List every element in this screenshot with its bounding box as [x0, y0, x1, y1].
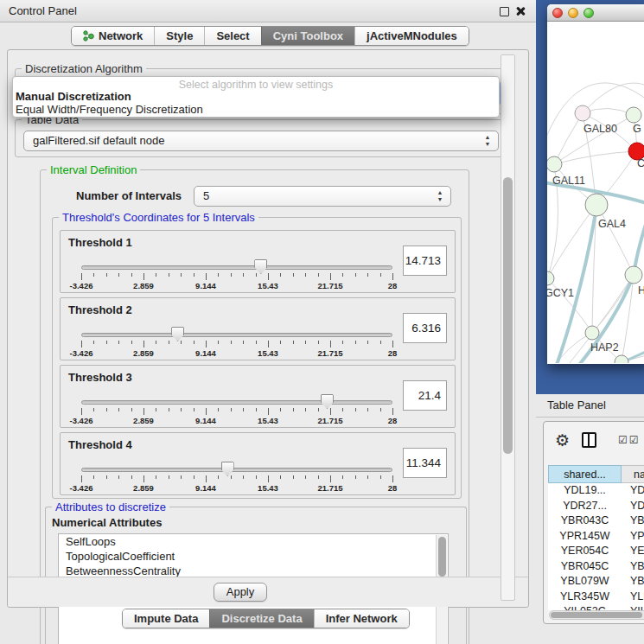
cell-shared-name[interactable]: YDR27...	[548, 499, 622, 514]
network-node[interactable]	[615, 355, 628, 363]
slider-track[interactable]	[81, 400, 392, 405]
network-node-gal11[interactable]	[547, 156, 562, 172]
tab-cyni-toolbox[interactable]: Cyni Toolbox	[261, 27, 354, 45]
cell-shared-name[interactable]: YIL052C	[548, 604, 622, 610]
table-row[interactable]: YDR27...YDR2	[548, 499, 644, 514]
control-panel: Control Panel NetworkStyleSelectCyni Too…	[0, 0, 536, 644]
slider-track[interactable]	[81, 333, 392, 337]
checkbox-icons[interactable]: ☑☑	[618, 434, 641, 446]
table-row[interactable]: YPR145WYPR1	[548, 529, 644, 545]
table-row[interactable]: YBL079WYBL0	[548, 574, 644, 590]
column-header-shared-name[interactable]: shared...	[548, 465, 622, 483]
tick-label: 28	[388, 348, 398, 358]
tab-infer-network[interactable]: Infer Network	[314, 609, 409, 628]
table-row[interactable]: YIL052CYIL0	[548, 604, 644, 610]
cell-shared-name[interactable]: YBL079W	[548, 574, 622, 590]
table-h-scrollbar[interactable]	[549, 610, 644, 620]
panel-scrollbar-thumb[interactable]	[503, 177, 513, 454]
table-row[interactable]: YDL19...YDL1	[548, 483, 644, 499]
slider-ticks	[81, 475, 392, 483]
slider-thumb[interactable]	[171, 327, 184, 341]
slider-track[interactable]	[81, 468, 392, 472]
cell-name[interactable]: YLR3	[622, 590, 644, 605]
tick-label: 2.859	[133, 483, 154, 493]
cell-shared-name[interactable]: YBR043C	[548, 513, 622, 529]
cell-shared-name[interactable]: YLR345W	[548, 590, 622, 605]
float-window-icon[interactable]	[500, 7, 509, 16]
tab-impute-data[interactable]: Impute Data	[123, 609, 209, 628]
node-label: C	[637, 157, 644, 169]
number-of-intervals-combobox[interactable]: 5 ▲▼	[194, 186, 451, 207]
network-node-h[interactable]	[625, 266, 642, 284]
slider-tick-labels: -3.4262.8599.14415.4321.71528	[81, 281, 392, 290]
right-panel: GAL80GCGAL11GAL4GCY1HHAP2 Table Panel ⚙ …	[536, 0, 644, 644]
algorithm-option-equal-width[interactable]: Equal Width/Frequency Discretization	[13, 103, 499, 116]
tick-label: 15.43	[258, 281, 278, 290]
threshold-value-field[interactable]: 21.4	[403, 380, 447, 411]
minimize-traffic-light-icon[interactable]	[568, 8, 578, 18]
network-window-titlebar[interactable]	[547, 4, 644, 22]
cell-name[interactable]: YBR0	[622, 513, 644, 529]
gear-icon[interactable]: ⚙	[555, 430, 570, 452]
stepper-arrows-icon: ▲▼	[436, 189, 444, 205]
tick-label: 9.144	[195, 416, 216, 425]
table-panel-title: Table Panel	[547, 399, 606, 411]
attribute-list-item[interactable]: SelfLoops	[59, 534, 448, 549]
tick-label: 28	[388, 281, 398, 290]
attribute-list-item[interactable]: TopologicalCoefficient	[59, 549, 448, 564]
tab-discretize-data[interactable]: Discretize Data	[209, 609, 313, 628]
column-header-name[interactable]: na	[622, 465, 644, 483]
table-row[interactable]: YBR043CYBR0	[548, 513, 644, 529]
cell-name[interactable]: YIL0	[622, 604, 644, 610]
network-node-gal4[interactable]	[585, 194, 608, 216]
slider-thumb[interactable]	[321, 394, 334, 409]
threshold-label: Threshold 1	[68, 236, 132, 249]
list-scrollbar-thumb[interactable]	[438, 537, 446, 577]
cell-shared-name[interactable]: YER054C	[548, 544, 622, 559]
columns-icon[interactable]	[582, 432, 596, 448]
tick-label: 9.144	[195, 348, 216, 358]
table-row[interactable]: YER054CYER0	[548, 544, 644, 559]
slider-thumb[interactable]	[221, 462, 234, 476]
network-node-gal80[interactable]	[575, 105, 590, 121]
threshold-1-box: Threshold 1-3.4262.8599.14415.4321.71528…	[60, 230, 456, 293]
table-row[interactable]: YBR045CYBR0	[548, 559, 644, 575]
table-row[interactable]: YLR345WYLR3	[548, 590, 644, 605]
network-node-gcy1[interactable]	[547, 271, 554, 285]
close-icon[interactable]	[515, 6, 526, 16]
close-traffic-light-icon[interactable]	[552, 8, 563, 18]
tab-label: Cyni Toolbox	[273, 29, 343, 42]
tab-label: Style	[166, 29, 193, 42]
network-node-hap2[interactable]	[585, 326, 599, 340]
network-graph[interactable]: GAL80GCGAL11GAL4GCY1HHAP2	[547, 22, 644, 363]
cell-shared-name[interactable]: YBR045C	[548, 559, 622, 575]
cell-name[interactable]: YER0	[622, 544, 644, 559]
tab-jactivemnodules[interactable]: jActiveMNodules	[354, 27, 469, 45]
tab-style[interactable]: Style	[154, 27, 204, 45]
algorithm-option-manual[interactable]: Manual Discretization	[13, 90, 499, 103]
algorithm-hint: Select algorithm to view settings	[13, 77, 499, 90]
panel-scrollbar[interactable]	[501, 54, 515, 601]
tab-select[interactable]: Select	[204, 27, 260, 45]
threshold-value-field[interactable]: 11.344	[403, 448, 447, 478]
slider-ticks	[81, 408, 392, 416]
threshold-value-field[interactable]: 14.713	[403, 245, 447, 276]
apply-button[interactable]: Apply	[214, 583, 267, 602]
threshold-value-field[interactable]: 6.316	[403, 313, 447, 343]
cell-shared-name[interactable]: YDL19...	[548, 483, 622, 499]
cell-name[interactable]: YDR2	[622, 499, 644, 514]
cell-shared-name[interactable]: YPR145W	[548, 529, 622, 545]
table-h-scrollbar-thumb[interactable]	[551, 612, 642, 618]
zoom-traffic-light-icon[interactable]	[583, 8, 594, 18]
table-data-combobox[interactable]: galFiltered.sif default node ▲▼	[23, 131, 499, 151]
table-data-value: galFiltered.sif default node	[33, 134, 164, 147]
slider-thumb[interactable]	[254, 259, 267, 274]
cell-name[interactable]: YPR1	[622, 529, 644, 545]
cell-name[interactable]: YBL0	[622, 574, 644, 590]
cell-name[interactable]: YDL1	[622, 483, 644, 499]
slider-tick-labels: -3.4262.8599.14415.4321.71528	[81, 416, 392, 425]
network-node-g[interactable]	[626, 107, 641, 123]
cell-name[interactable]: YBR0	[622, 559, 644, 575]
slider-track[interactable]	[81, 265, 392, 270]
tab-network[interactable]: Network	[72, 27, 154, 45]
